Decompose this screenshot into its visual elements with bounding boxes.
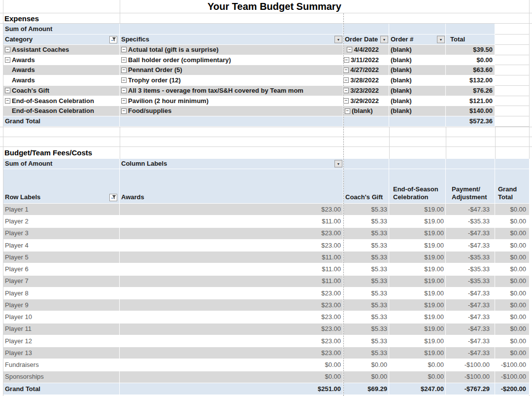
grand-total-value-cell[interactable]: $0.00 (495, 324, 530, 335)
celebration-value-cell[interactable]: $0.00 (389, 371, 446, 383)
order-number-cell[interactable]: (blank) (389, 96, 446, 107)
collapse-minus-icon[interactable]: − (347, 47, 352, 52)
payment-adjustment-value-cell[interactable]: -$35.33 (446, 263, 495, 275)
specifics-cell[interactable]: −Actual total (gift is a surprise) (120, 45, 343, 55)
celebration-total-cell[interactable]: $247.00 (389, 383, 446, 395)
order-date-cell[interactable]: −4/4/2022 (343, 45, 389, 55)
payment-adjustment-value-cell[interactable]: -$47.33 (446, 204, 495, 216)
total-cell[interactable]: $39.50 (446, 45, 495, 55)
total-cell[interactable]: $0.00 (446, 55, 495, 66)
row-label-cell[interactable]: Player 3 (3, 228, 120, 240)
order-date-cell[interactable]: −4/27/2022 (343, 65, 389, 75)
empty-cell[interactable] (120, 24, 343, 35)
celebration-value-cell[interactable]: $19.00 (389, 252, 446, 263)
specifics-cell[interactable]: −All 3 items - overage from tax/S&H cove… (120, 86, 343, 96)
celebration-value-cell[interactable]: $19.00 (389, 276, 446, 288)
payment-adjustment-value-cell[interactable]: -$100.00 (446, 371, 495, 383)
specifics-cell[interactable]: −Pavilion (2 hour minimum) (120, 96, 343, 107)
coachs-gift-value-cell[interactable]: $5.33 (343, 216, 389, 227)
grand-total-value-cell[interactable]: $0.00 (495, 299, 530, 311)
sum-of-amount-cell[interactable]: Sum of Amount (3, 159, 120, 169)
awards-value-cell[interactable]: $11.00 (120, 276, 343, 288)
payment-adjustment-value-cell[interactable]: -$47.33 (446, 299, 495, 311)
awards-value-cell[interactable]: $23.00 (120, 228, 343, 240)
celebration-value-cell[interactable]: $19.00 (389, 216, 446, 227)
coachs-gift-value-cell[interactable]: $5.33 (343, 324, 389, 335)
order-date-cell[interactable]: −3/29/2022 (343, 96, 389, 107)
row-label-cell[interactable]: Player 8 (3, 288, 120, 299)
row-labels-header-cell[interactable]: Row Labels (3, 169, 120, 204)
coachs-gift-header-cell[interactable]: Coach's Gift (343, 169, 389, 204)
collapse-minus-icon[interactable]: − (5, 98, 10, 104)
row-label-cell[interactable]: Sponsorships (3, 371, 120, 383)
order-number-cell[interactable]: (blank) (389, 75, 446, 86)
payment-adjustment-value-cell[interactable]: -$47.33 (446, 240, 495, 252)
row-label-cell[interactable]: Player 11 (3, 324, 120, 335)
coachs-gift-value-cell[interactable]: $5.33 (343, 311, 389, 323)
grand-total-value-cell[interactable]: -$100.00 (495, 359, 530, 371)
category-cell[interactable]: Awards (3, 65, 120, 75)
empty-cell[interactable] (343, 159, 389, 169)
row-label-cell[interactable]: Player 2 (3, 216, 120, 227)
payment-adjustment-value-cell[interactable]: -$35.33 (446, 252, 495, 263)
payment-adjustment-value-cell[interactable]: -$47.33 (446, 228, 495, 240)
awards-value-cell[interactable]: $23.00 (120, 240, 343, 252)
specifics-cell[interactable]: −Ball holder order (complimentary) (120, 55, 343, 66)
row-label-cell[interactable]: Player 7 (3, 276, 120, 288)
category-cell[interactable]: −Awards (3, 55, 120, 66)
empty-cell[interactable] (343, 116, 389, 127)
coachs-gift-value-cell[interactable]: $5.33 (343, 263, 389, 275)
total-cell[interactable]: $121.00 (446, 96, 495, 107)
dropdown-arrow-icon[interactable]: ▼ (334, 160, 342, 168)
celebration-value-cell[interactable]: $19.00 (389, 347, 446, 359)
order-number-cell[interactable]: (blank) (389, 45, 446, 55)
collapse-minus-icon[interactable]: − (5, 47, 10, 52)
filter-funnel-icon[interactable] (109, 194, 117, 201)
empty-cell[interactable] (446, 159, 495, 169)
empty-cell[interactable] (446, 24, 495, 35)
payment-total-cell[interactable]: -$767.29 (446, 383, 495, 395)
grand-total-value-cell[interactable]: -$200.00 (495, 383, 530, 395)
coachs-gift-value-cell[interactable]: $0.00 (343, 359, 389, 371)
category-cell[interactable]: End-of-Season Celebration (3, 106, 120, 116)
collapse-minus-icon[interactable]: − (121, 57, 127, 63)
collapse-minus-icon[interactable]: − (344, 57, 349, 63)
order-number-cell[interactable]: (blank) (389, 86, 446, 96)
celebration-value-cell[interactable]: $0.00 (389, 359, 446, 371)
celebration-value-cell[interactable]: $19.00 (389, 204, 446, 216)
awards-value-cell[interactable]: $11.00 (120, 216, 343, 227)
collapse-minus-icon[interactable]: − (121, 68, 127, 73)
celebration-header-cell[interactable]: End-of-Season Celebration (389, 169, 446, 204)
order-number-cell[interactable]: (blank) (389, 65, 446, 75)
awards-value-cell[interactable]: $23.00 (120, 311, 343, 323)
payment-adjustment-value-cell[interactable]: -$47.33 (446, 288, 495, 299)
awards-header-cell[interactable]: Awards (120, 169, 343, 204)
coachs-gift-value-cell[interactable]: $5.33 (343, 335, 389, 347)
celebration-value-cell[interactable]: $19.00 (389, 299, 446, 311)
category-cell[interactable]: −Assistant Coaches (3, 45, 120, 55)
row-label-cell[interactable]: Player 13 (3, 347, 120, 359)
specifics-cell[interactable]: −Pennant Order (5) (120, 65, 343, 75)
grand-total-value-cell[interactable]: $0.00 (495, 276, 530, 288)
awards-value-cell[interactable]: $0.00 (120, 371, 343, 383)
awards-value-cell[interactable]: $23.00 (120, 347, 343, 359)
order-number-cell[interactable]: (blank) (389, 106, 446, 116)
grand-total-value-cell[interactable]: $0.00 (495, 263, 530, 275)
payment-adjustment-value-cell[interactable]: -$47.33 (446, 324, 495, 335)
total-header-cell[interactable]: Total (446, 35, 495, 45)
collapse-minus-icon[interactable]: − (5, 88, 10, 93)
order-number-header-cell[interactable]: Order # ▼ (389, 35, 446, 45)
coachs-gift-value-cell[interactable]: $5.33 (343, 347, 389, 359)
celebration-value-cell[interactable]: $19.00 (389, 324, 446, 335)
row-label-cell[interactable]: Player 10 (3, 311, 120, 323)
grand-total-value-cell[interactable]: $0.00 (495, 240, 530, 252)
coachs-gift-value-cell[interactable]: $0.00 (343, 371, 389, 383)
payment-adjustment-value-cell[interactable]: -$47.33 (446, 347, 495, 359)
collapse-minus-icon[interactable]: − (5, 57, 10, 63)
awards-value-cell[interactable]: $11.00 (120, 263, 343, 275)
coachs-gift-value-cell[interactable]: $5.33 (343, 288, 389, 299)
row-label-cell[interactable]: Player 9 (3, 299, 120, 311)
coachs-gift-value-cell[interactable]: $5.33 (343, 252, 389, 263)
total-cell[interactable]: $76.26 (446, 86, 495, 96)
category-cell[interactable]: −Coach's Gift (3, 86, 120, 96)
